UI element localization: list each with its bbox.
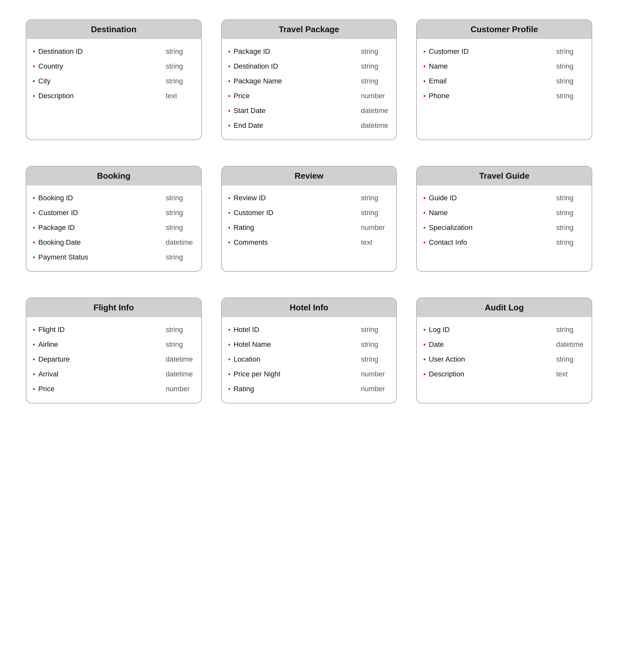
field-bullet-icon: • <box>228 78 230 85</box>
field-name-label: Log ID <box>429 325 550 334</box>
entity-card-hotel-info: Hotel Info•Hotel IDstring•Hotel Namestri… <box>221 297 397 403</box>
entity-title-travel-package: Travel Package <box>222 20 397 39</box>
field-bullet-icon: • <box>33 209 35 217</box>
field-row: •Ratingnumber <box>228 220 390 235</box>
field-name-label: Package ID <box>234 47 355 56</box>
field-bullet-icon: • <box>228 194 230 202</box>
field-name-label: Rating <box>234 223 355 232</box>
field-bullet-icon: • <box>33 224 35 231</box>
field-type-label: string <box>556 355 585 364</box>
field-row: •Customer IDstring <box>228 205 390 220</box>
field-name-label: Hotel Name <box>234 340 355 349</box>
field-name-label: Comments <box>234 238 355 247</box>
field-type-label: string <box>361 209 390 217</box>
field-bullet-icon: • <box>33 326 35 333</box>
field-row: •Countrystring <box>33 59 195 74</box>
field-row: •Hotel IDstring <box>228 322 390 337</box>
field-row: •Airlinestring <box>33 337 195 352</box>
field-bullet-icon: • <box>423 78 425 85</box>
field-type-label: string <box>166 194 195 202</box>
entity-title-destination: Destination <box>26 20 201 39</box>
field-type-label: string <box>361 194 390 202</box>
field-row: •Review IDstring <box>228 191 390 205</box>
field-type-label: string <box>556 62 585 71</box>
field-name-label: Date <box>429 340 550 349</box>
field-name-label: Arrival <box>38 370 159 378</box>
field-type-label: datetime <box>556 340 585 349</box>
field-type-label: string <box>361 355 390 364</box>
entity-body-travel-package: •Package IDstring•Destination IDstring•P… <box>222 39 397 139</box>
field-type-label: number <box>361 223 390 232</box>
entity-body-booking: •Booking IDstring•Customer IDstring•Pack… <box>26 185 201 271</box>
field-bullet-icon: • <box>228 63 230 70</box>
field-row: •Pricenumber <box>33 382 195 396</box>
field-name-label: Booking ID <box>38 194 159 202</box>
field-name-label: Payment Status <box>38 253 159 262</box>
field-row: •Hotel Namestring <box>228 337 390 352</box>
field-row: •Citystring <box>33 74 195 89</box>
field-row: •Pricenumber <box>228 89 390 103</box>
entity-title-travel-guide: Travel Guide <box>417 167 592 185</box>
entity-title-review: Review <box>222 167 397 185</box>
field-type-label: string <box>556 325 585 334</box>
field-bullet-icon: • <box>33 341 35 349</box>
field-name-label: Hotel ID <box>234 325 355 334</box>
field-name-label: Destination ID <box>38 47 159 56</box>
field-row: •Datedatetime <box>423 337 585 352</box>
field-type-label: datetime <box>166 355 195 364</box>
entity-card-customer-profile: Customer Profile•Customer IDstring•Names… <box>416 19 592 140</box>
field-row: •Price per Nightnumber <box>228 367 390 382</box>
entity-title-booking: Booking <box>26 167 201 185</box>
field-type-label: string <box>556 194 585 202</box>
field-bullet-icon: • <box>228 122 230 129</box>
field-name-label: Email <box>429 77 550 85</box>
field-name-label: Name <box>429 62 550 71</box>
field-row: •User Actionstring <box>423 352 585 367</box>
field-bullet-icon: • <box>33 78 35 85</box>
field-bullet-icon: • <box>423 92 425 100</box>
entity-card-booking: Booking•Booking IDstring•Customer IDstri… <box>26 166 202 272</box>
field-bullet-icon: • <box>423 194 425 202</box>
field-bullet-icon: • <box>423 224 425 231</box>
field-row: •Namestring <box>423 59 585 74</box>
field-name-label: Location <box>234 355 355 364</box>
field-type-label: string <box>166 209 195 217</box>
field-bullet-icon: • <box>228 326 230 333</box>
field-bullet-icon: • <box>228 371 230 378</box>
field-name-label: Booking Date <box>38 238 159 247</box>
field-bullet-icon: • <box>423 326 425 333</box>
field-name-label: Price <box>234 92 355 100</box>
field-bullet-icon: • <box>33 48 35 56</box>
entity-title-hotel-info: Hotel Info <box>222 298 397 317</box>
entity-body-destination: •Destination IDstring•Countrystring•City… <box>26 39 201 110</box>
field-bullet-icon: • <box>33 194 35 202</box>
field-name-label: Price per Night <box>234 370 355 378</box>
field-bullet-icon: • <box>423 48 425 56</box>
field-bullet-icon: • <box>423 341 425 349</box>
field-name-label: Flight ID <box>38 325 159 334</box>
field-bullet-icon: • <box>33 254 35 261</box>
field-bullet-icon: • <box>228 239 230 246</box>
field-name-label: Phone <box>429 92 550 100</box>
field-bullet-icon: • <box>228 341 230 349</box>
field-type-label: text <box>556 370 585 378</box>
field-row: •Start Datedatetime <box>228 103 390 118</box>
field-type-label: string <box>166 223 195 232</box>
field-type-label: string <box>361 325 390 334</box>
entity-card-travel-package: Travel Package•Package IDstring•Destinat… <box>221 19 397 140</box>
field-type-label: string <box>166 340 195 349</box>
field-name-label: Price <box>38 385 159 393</box>
entity-title-flight-info: Flight Info <box>26 298 201 317</box>
field-type-label: datetime <box>361 121 390 130</box>
field-row: •Log IDstring <box>423 322 585 337</box>
field-bullet-icon: • <box>33 239 35 246</box>
field-name-label: Customer ID <box>38 209 159 217</box>
field-row: •Booking IDstring <box>33 191 195 205</box>
field-row: •Booking Datedatetime <box>33 235 195 250</box>
field-name-label: Country <box>38 62 159 71</box>
field-type-label: string <box>556 209 585 217</box>
field-type-label: string <box>361 62 390 71</box>
entity-body-audit-log: •Log IDstring•Datedatetime•User Actionst… <box>417 317 592 388</box>
entity-card-audit-log: Audit Log•Log IDstring•Datedatetime•User… <box>416 297 592 403</box>
field-bullet-icon: • <box>228 224 230 231</box>
